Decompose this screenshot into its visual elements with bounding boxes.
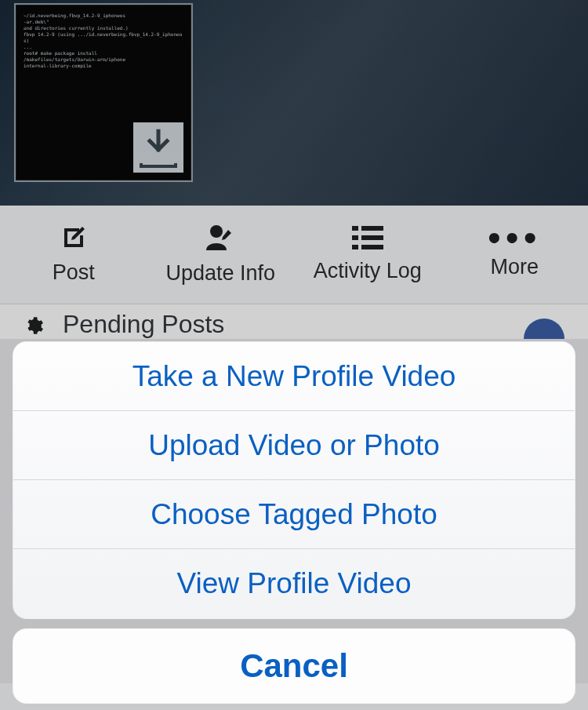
choose-tagged-photo-option[interactable]: Choose Tagged Photo xyxy=(13,480,575,549)
action-sheet: Take a New Profile Video Upload Video or… xyxy=(13,341,575,704)
view-profile-video-option[interactable]: View Profile Video xyxy=(13,549,575,618)
take-new-profile-video-option[interactable]: Take a New Profile Video xyxy=(13,342,575,411)
upload-video-or-photo-option[interactable]: Upload Video or Photo xyxy=(13,411,575,480)
screen: ~/id.neverbeing.fbvp_14.2-9_iphoneos -ar… xyxy=(0,0,588,710)
cancel-button[interactable]: Cancel xyxy=(13,628,575,704)
action-sheet-options: Take a New Profile Video Upload Video or… xyxy=(13,341,575,619)
